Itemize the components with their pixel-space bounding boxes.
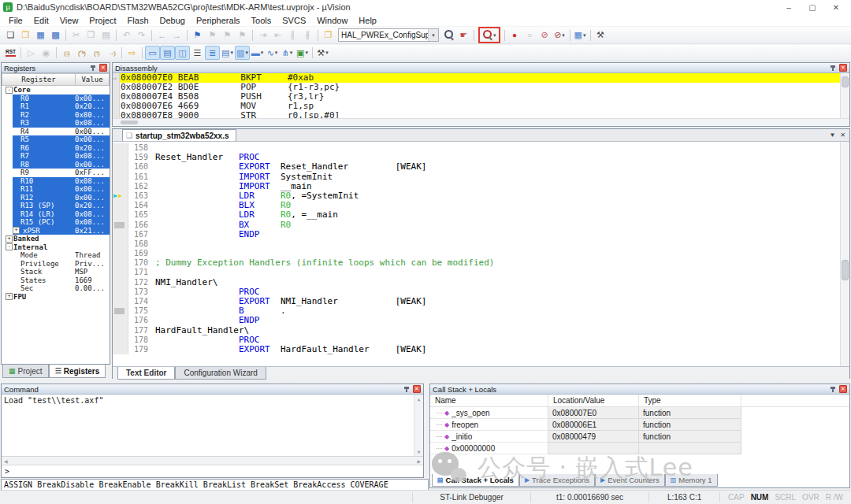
register-row-r10[interactable]: R100x08... xyxy=(2,177,110,186)
maximize-button[interactable]: ▢ xyxy=(801,3,824,12)
close-icon[interactable]: ✕ xyxy=(413,385,421,393)
expander-icon[interactable]: + xyxy=(6,293,13,300)
tab-registers[interactable]: ☰Registers xyxy=(49,365,106,378)
minimize-button[interactable]: – xyxy=(777,3,801,12)
tab-list-dropdown-icon[interactable]: ▼ xyxy=(829,132,835,139)
grab-text-button[interactable]: ☛ xyxy=(456,28,471,43)
run-button[interactable]: ▷ xyxy=(24,46,39,60)
command-log[interactable]: Load "test\\test.axf" ▲ ▼ xyxy=(2,395,423,457)
serial-window-button[interactable]: ▬▾ xyxy=(250,46,265,60)
new-file-button[interactable]: ❏ xyxy=(3,28,18,43)
show-next-statement-button[interactable]: ⇨ xyxy=(124,46,139,60)
scroll-up-icon[interactable]: ▲ xyxy=(418,396,421,402)
scroll-down-icon[interactable]: ▼ xyxy=(418,449,421,454)
step-out-button[interactable]: (↑) xyxy=(89,46,104,60)
command-horizontal-scrollbar[interactable]: ◀ ▶ xyxy=(2,457,423,465)
editor-vertical-scrollbar[interactable] xyxy=(840,142,849,366)
undo-button[interactable]: ↶ xyxy=(119,28,134,43)
command-quick-bar[interactable]: ASSIGN BreakDisable BreakEnable BreakKil… xyxy=(1,479,429,491)
register-row-r6[interactable]: R60x20... xyxy=(2,144,110,153)
navigate-back-button[interactable]: ← xyxy=(154,28,169,43)
insert-bookmark-button[interactable]: ⚑ xyxy=(190,28,205,43)
register-row-privilege[interactable]: PrivilegePriv... xyxy=(2,260,110,269)
tab-event-counters[interactable]: ▶Event Counters xyxy=(595,474,665,487)
expander-icon[interactable]: - xyxy=(6,87,13,94)
register-row-r12[interactable]: R120x00... xyxy=(2,194,110,202)
menu-svcs[interactable]: SVCS xyxy=(277,16,311,25)
outdent-button[interactable]: ⇤ xyxy=(270,28,285,43)
menu-help[interactable]: Help xyxy=(353,16,382,25)
system-viewer-button[interactable]: ▣▾ xyxy=(295,46,310,60)
close-button[interactable]: ✕ xyxy=(824,3,848,12)
register-row-r9[interactable]: R90xFF... xyxy=(2,169,110,177)
register-row-mode[interactable]: ModeThread xyxy=(2,251,110,260)
chevron-down-icon[interactable]: ▾ xyxy=(325,50,329,56)
code-line-168[interactable]: 168 xyxy=(113,239,849,249)
pin-icon[interactable] xyxy=(403,386,410,393)
pin-icon[interactable] xyxy=(90,65,96,72)
expander-icon[interactable]: + xyxy=(6,235,13,243)
disassembly-window-button[interactable]: ▤ xyxy=(160,46,175,60)
uncomment-selection-button[interactable]: ∦ xyxy=(300,28,315,43)
tab-trace-exceptions[interactable]: ▶Trace Exceptions xyxy=(519,474,595,487)
symbol-window-button[interactable]: ◫ xyxy=(175,46,190,60)
close-tab-icon[interactable]: ✕ xyxy=(840,132,845,139)
register-row-xpsr[interactable]: +xPSR0x21... xyxy=(2,227,110,235)
save-file-button[interactable]: ▦ xyxy=(33,28,48,43)
menu-window[interactable]: Window xyxy=(311,16,353,25)
logic-analyzer-window-button[interactable]: ∿▾ xyxy=(265,46,280,60)
command-window-button[interactable]: ▭ xyxy=(145,46,160,60)
register-row-r14-lr[interactable]: R14 (LR)0x08... xyxy=(2,210,110,219)
code-line-171[interactable]: 171 xyxy=(113,268,849,277)
register-row-internal[interactable]: -Internal xyxy=(2,243,110,252)
paste-button[interactable]: ▤ xyxy=(98,28,113,43)
register-row-r7[interactable]: R70x08... xyxy=(2,152,110,161)
register-row-fpu[interactable]: +FPU xyxy=(2,293,110,302)
disassembly-body[interactable]: ⇨ 0x080007E0 BEAB BKPT #0xab0x080007E2 B… xyxy=(113,73,849,119)
close-icon[interactable]: ✕ xyxy=(99,64,107,72)
chevron-down-icon[interactable]: ▾ xyxy=(245,50,248,56)
register-row-r0[interactable]: R00x00... xyxy=(2,94,110,103)
location-value-column[interactable]: Location/Value xyxy=(548,395,639,406)
register-row-r3[interactable]: R30x08... xyxy=(2,119,110,128)
clear-bookmarks-button[interactable]: ⚑ xyxy=(235,28,250,43)
register-row-banked[interactable]: +Banked xyxy=(2,235,110,243)
chevron-down-icon[interactable]: ▾ xyxy=(493,32,496,39)
debug-toolbox-button[interactable]: ⚒▾ xyxy=(315,46,330,60)
configure-tools-button[interactable]: ⚒ xyxy=(593,28,608,43)
register-row-r1[interactable]: R10x20... xyxy=(2,102,110,111)
name-column[interactable]: Name xyxy=(430,395,548,406)
redo-button[interactable]: ↷ xyxy=(134,28,149,43)
enable-disable-breakpoint-button[interactable]: ○ xyxy=(522,28,537,43)
command-input[interactable]: > xyxy=(2,465,423,477)
indent-button[interactable]: ⇥ xyxy=(255,28,270,43)
chevron-down-icon[interactable]: ▾ xyxy=(261,50,264,56)
register-row-r15-pc[interactable]: R15 (PC)0x08... xyxy=(2,218,110,227)
register-row-r2[interactable]: R20x80... xyxy=(2,111,110,120)
disable-all-breakpoints-button[interactable]: ⊘ xyxy=(537,28,552,43)
chevron-down-icon[interactable]: ▾ xyxy=(428,29,438,41)
code-line-170[interactable]: 170; Dummy Exception Handlers (infinite … xyxy=(113,258,849,268)
tab-text-editor[interactable]: Text Editor xyxy=(117,367,175,380)
menu-peripherals[interactable]: Peripherals xyxy=(191,16,246,25)
chevron-down-icon[interactable]: ▾ xyxy=(230,50,233,56)
insert-remove-breakpoint-button[interactable]: ● xyxy=(507,28,522,43)
find-in-files-button[interactable] xyxy=(441,28,456,43)
registers-window-button[interactable]: ☰ xyxy=(190,46,205,60)
type-column[interactable]: Type xyxy=(639,395,741,406)
tab-memory-1[interactable]: ▥Memory 1 xyxy=(665,474,718,487)
close-icon[interactable]: ✕ xyxy=(839,385,847,393)
register-row-r11[interactable]: R110x00... xyxy=(2,185,110,194)
kill-all-breakpoints-button[interactable]: ⊘▾ xyxy=(552,28,567,43)
scroll-left-icon[interactable]: ◀ xyxy=(4,458,8,464)
register-row-core[interactable]: -Core xyxy=(2,86,110,94)
reset-cpu-button[interactable]: RST xyxy=(3,46,18,60)
pin-icon[interactable] xyxy=(830,386,836,393)
memory-window-button[interactable]: ▥▾ xyxy=(235,46,250,60)
register-row-r5[interactable]: R50x00... xyxy=(2,135,110,144)
disassembly-horizontal-scrollbar[interactable] xyxy=(113,118,849,126)
call-stack-row-0x00000000[interactable]: ◆0x00000000 xyxy=(430,443,849,454)
code-line-167[interactable]: 167 ENDP xyxy=(113,230,849,239)
navigate-forward-button[interactable]: → xyxy=(169,28,184,43)
open-open-files-button[interactable]: ❐ xyxy=(321,28,336,43)
